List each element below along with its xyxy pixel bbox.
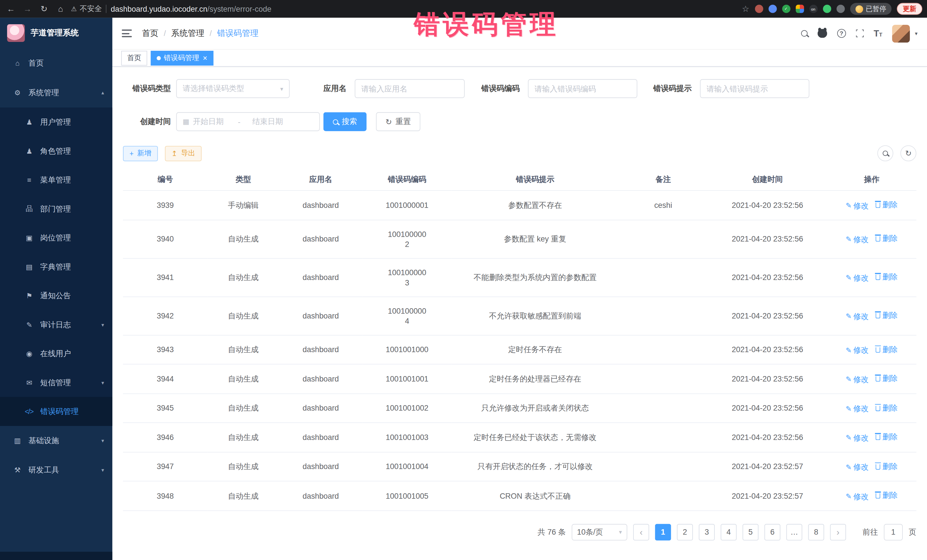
app-frame: 芋道管理系统 ⌂首页⚙系统管理▴♟用户管理♟角色管理≡菜单管理品部门管理▣岗位管… [0,18,927,560]
delete-link[interactable]: 删除 [876,344,898,354]
delete-link[interactable]: 删除 [876,200,898,209]
tab-错误码管理[interactable]: 错误码管理× [151,50,213,65]
hamburger-icon[interactable] [122,30,132,37]
goto-page-input[interactable] [884,524,903,540]
bookmark-star-icon[interactable]: ☆ [742,4,749,14]
app-name-input[interactable] [355,79,465,98]
fullscreen-icon[interactable] [856,30,864,37]
browser-forward-button[interactable]: → [21,3,34,15]
text-size-icon[interactable]: T [874,29,882,38]
sidebar-item-users[interactable]: ♟角色管理 [0,137,112,165]
delete-link[interactable]: 删除 [876,373,898,383]
export-button[interactable]: ↥ 导出 [165,146,202,161]
sidebar-item-sms[interactable]: ✉短信管理▾ [0,368,112,397]
delete-link[interactable]: 删除 [876,490,898,501]
page-size-select[interactable]: 10条/页 ▾ [571,524,627,540]
page-button[interactable]: 3 [699,524,715,540]
next-page-button[interactable]: › [830,524,846,540]
github-icon[interactable] [818,29,827,38]
logo-row[interactable]: 芋道管理系统 [0,18,112,49]
date-range-picker[interactable]: ▦ 开始日期 - 结束日期 [176,112,320,131]
add-button[interactable]: + 新增 [123,146,158,161]
address-bar[interactable]: dashboard.yudao.iocoder.cn /system/error… [111,5,271,14]
sidebar-item-announcement[interactable]: ⚑通知公告 [0,281,112,310]
extension-icon-red[interactable] [755,5,763,13]
delete-link[interactable]: 删除 [876,432,898,442]
sidebar-item-home[interactable]: ⌂首页 [0,49,112,78]
delete-link[interactable]: 删除 [876,310,898,320]
edit-link[interactable]: ✎修改 [846,234,869,244]
page-button[interactable]: 5 [742,524,758,540]
search-button[interactable]: 搜索 [324,112,366,131]
chevron-down-icon[interactable]: ▾ [915,30,917,36]
sidebar-item-dev-tools[interactable]: ⚒研发工具▾ [0,455,112,485]
security-chip[interactable]: ⚠ 不安全 [71,4,102,14]
edit-icon: ✎ [846,274,852,281]
extension-icon-gray[interactable] [836,5,845,13]
paused-profile-badge[interactable]: 已暂停 [850,3,892,15]
page-button[interactable]: 8 [808,524,824,540]
edit-link[interactable]: ✎修改 [846,404,869,413]
sidebar-item-error-code[interactable]: </>错误码管理 [0,397,112,426]
reset-button[interactable]: ↻ 重置 [376,112,420,131]
edit-link[interactable]: ✎修改 [846,433,869,443]
sidebar-item-label: 审计日志 [40,319,98,330]
browser-update-button[interactable]: 更新 [897,3,922,15]
toggle-search-button[interactable] [877,146,894,161]
search-icon[interactable] [801,30,807,37]
delete-link[interactable]: 删除 [876,272,898,282]
cell-remark [619,452,708,481]
browser-back-button[interactable]: ← [5,3,17,15]
edit-link[interactable]: ✎修改 [846,273,869,283]
page-button[interactable]: 1 [655,524,671,540]
extension-icon-blue[interactable] [768,5,777,13]
delete-link[interactable]: 删除 [876,403,898,413]
sidebar-item-infrastructure[interactable]: ▥基础设施▾ [0,426,112,456]
extension-icon-bright-green[interactable] [823,5,831,13]
prev-page-button[interactable]: ‹ [633,524,649,540]
edit-link[interactable]: ✎修改 [846,311,869,321]
tab-首页[interactable]: 首页 [121,50,147,65]
error-type-select[interactable]: 请选择错误码类型 ▾ [176,79,290,98]
error-hint-field[interactable] [707,84,803,93]
page-button[interactable]: 6 [764,524,780,540]
page-button[interactable]: 4 [721,524,737,540]
sidebar-item-badge[interactable]: ▣岗位管理 [0,223,112,252]
edit-link[interactable]: ✎修改 [846,345,869,355]
edit-link[interactable]: ✎修改 [846,491,869,501]
sidebar-item-online-users[interactable]: ◉在线用户 [0,339,112,368]
sidebar-item-org-tree[interactable]: 品部门管理 [0,194,112,223]
error-code-field[interactable] [535,84,631,93]
avatar[interactable] [892,24,910,42]
extension-icon-on-badge[interactable]: on [809,5,817,13]
page-ellipsis[interactable]: … [786,524,802,540]
extension-icon-green-check[interactable]: ✓ [782,5,790,13]
extension-icon-grid[interactable] [795,5,804,13]
cell-remark [619,296,708,335]
edit-link[interactable]: ✎修改 [846,374,869,384]
browser-reload-button[interactable]: ↻ [38,3,50,15]
browser-home-button[interactable]: ⌂ [55,3,67,15]
sidebar-item-label: 部门管理 [40,203,104,214]
breadcrumb-item[interactable]: 系统管理 [171,28,204,38]
delete-link[interactable]: 删除 [876,234,898,243]
cell-hint: 不允许获取敏感配置到前端 [452,296,619,335]
help-icon[interactable]: ? [837,29,846,38]
page-button[interactable]: 2 [677,524,693,540]
sidebar-collapse-bar[interactable] [0,552,112,560]
sidebar-item-user[interactable]: ♟用户管理 [0,108,112,137]
app-name-field[interactable] [361,84,458,93]
sidebar-item-audit-log[interactable]: ✎审计日志▾ [0,310,112,339]
sidebar-item-dictionary[interactable]: ▤字典管理 [0,252,112,281]
refresh-button[interactable]: ↻ [900,146,916,161]
calendar-icon: ▦ [182,117,189,126]
sidebar-item-gear[interactable]: ⚙系统管理▴ [0,78,112,108]
sidebar-item-menu-list[interactable]: ≡菜单管理 [0,165,112,194]
delete-link[interactable]: 删除 [876,461,898,471]
error-hint-input[interactable] [700,79,809,98]
edit-link[interactable]: ✎修改 [846,200,869,211]
breadcrumb-item[interactable]: 首页 [142,28,158,38]
edit-link[interactable]: ✎修改 [846,462,869,472]
close-icon[interactable]: × [203,54,207,62]
error-code-input[interactable] [528,79,637,98]
